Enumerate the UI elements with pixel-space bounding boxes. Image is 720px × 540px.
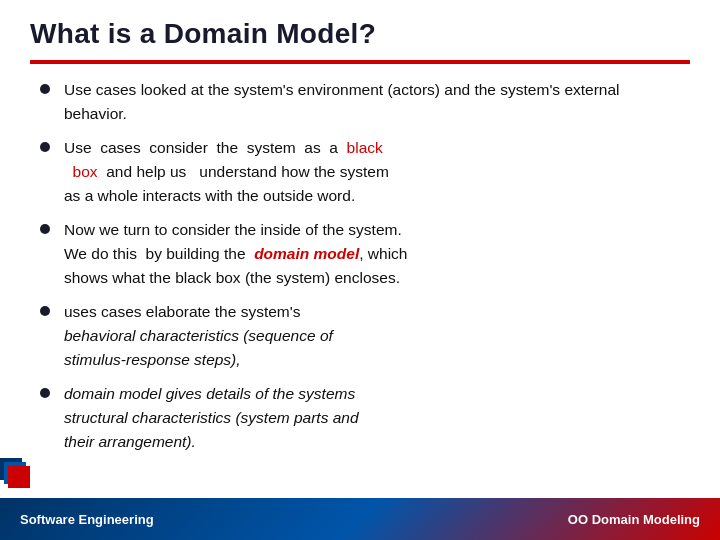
- bullet-text-3: Now we turn to consider the inside of th…: [64, 218, 407, 290]
- title-divider: [30, 60, 690, 64]
- footer-left-text: Software Engineering: [20, 512, 154, 527]
- bullet-item-5: domain model gives details of the system…: [40, 382, 680, 454]
- footer-right-text: OO Domain Modeling: [568, 512, 700, 527]
- slide: What is a Domain Model? Use cases looked…: [0, 0, 720, 540]
- bullet-item-2: Use cases consider the system as a black…: [40, 136, 680, 208]
- bullet-dot-1: [40, 84, 50, 94]
- slide-title: What is a Domain Model?: [30, 18, 376, 50]
- bullet5-italic: domain model gives details of the system…: [64, 385, 359, 450]
- bullet-text-1: Use cases looked at the system's environ…: [64, 78, 680, 126]
- bullet4-italic: behavioral characteristics (sequence ofs…: [64, 327, 333, 368]
- footer-bar: Software Engineering OO Domain Modeling: [0, 498, 720, 540]
- bullet-text-2: Use cases consider the system as a black…: [64, 136, 389, 208]
- bullet-item-4: uses cases elaborate the system'sbehavio…: [40, 300, 680, 372]
- bullet-item-1: Use cases looked at the system's environ…: [40, 78, 680, 126]
- content-area: Use cases looked at the system's environ…: [30, 78, 690, 454]
- footer-logo: [0, 450, 48, 498]
- bullet-item-3: Now we turn to consider the inside of th…: [40, 218, 680, 290]
- domain-model-highlight: domain model: [254, 245, 359, 262]
- title-bar: What is a Domain Model?: [30, 18, 690, 50]
- bullet-text-4: uses cases elaborate the system'sbehavio…: [64, 300, 333, 372]
- bullet-text-5: domain model gives details of the system…: [64, 382, 359, 454]
- bullet-dot-2: [40, 142, 50, 152]
- bullet-dot-5: [40, 388, 50, 398]
- svg-rect-2: [8, 466, 30, 488]
- black-box-highlight: black box: [64, 139, 383, 180]
- bullet-dot-4: [40, 306, 50, 316]
- bullet-dot-3: [40, 224, 50, 234]
